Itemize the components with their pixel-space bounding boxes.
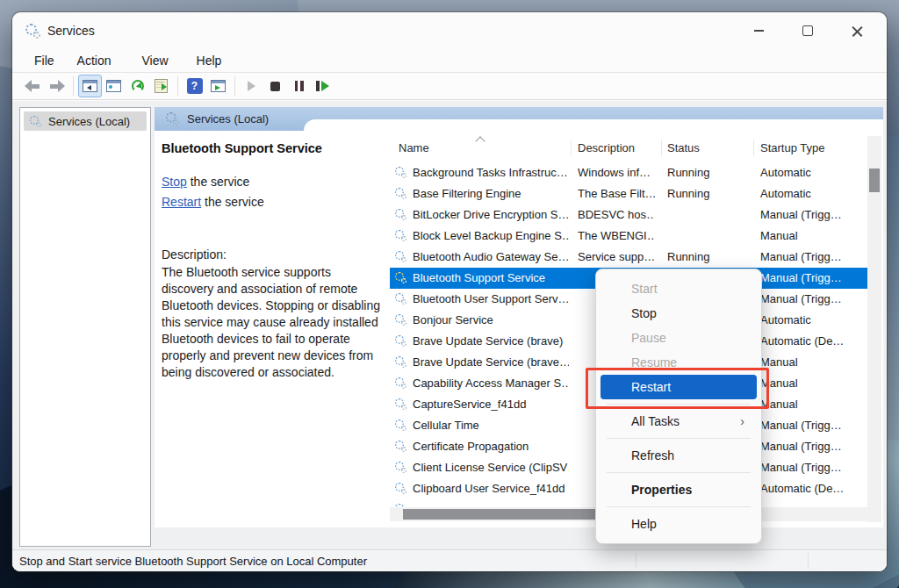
show-action-pane-button[interactable] <box>206 75 230 97</box>
refresh-icon <box>131 79 145 93</box>
cell-name: Block Level Backup Engine S… <box>413 226 569 247</box>
table-row[interactable]: BitLocker Drive Encryption S…BDESVC hos…… <box>390 204 867 226</box>
restart-service-button[interactable] <box>311 75 334 97</box>
toolbar-separator <box>234 76 235 96</box>
start-icon <box>248 81 255 91</box>
maximize-button[interactable] <box>783 14 832 47</box>
sort-asc-icon <box>475 136 485 146</box>
minimize-icon <box>754 30 764 32</box>
stop-service-button[interactable] <box>263 75 287 97</box>
cell-startup-type <box>760 499 864 507</box>
export-list-icon <box>155 79 168 93</box>
vertical-scrollbar[interactable] <box>867 136 881 522</box>
help-button[interactable]: ? <box>183 75 206 97</box>
menu-action[interactable]: Action <box>66 51 123 70</box>
pause-icon <box>295 81 304 91</box>
service-gear-icon <box>395 314 407 326</box>
table-row[interactable]: Block Level Backup Engine S…The WBENGI…M… <box>390 226 867 247</box>
service-gear-icon <box>395 419 407 432</box>
minimize-button[interactable] <box>734 14 783 47</box>
service-gear-icon <box>395 356 407 369</box>
services-pane: Services (Local) Bluetooth Support Servi… <box>155 107 883 527</box>
console-tree-icon <box>83 80 97 92</box>
cell-startup-type: Manual <box>760 394 864 415</box>
pane-header-title: Services (Local) <box>187 112 269 125</box>
back-icon <box>25 80 41 92</box>
cell-startup-type: Automatic (De… <box>760 478 864 499</box>
pause-service-button[interactable] <box>287 75 311 97</box>
cell-startup-type: Manual <box>760 352 864 373</box>
menu-file[interactable]: File <box>23 51 66 70</box>
tree-item-services-local[interactable]: Services (Local) <box>24 111 147 131</box>
submenu-arrow-icon: › <box>740 409 744 434</box>
cell-status <box>667 226 722 247</box>
vertical-scrollbar-thumb[interactable] <box>869 169 880 192</box>
services-gear-icon <box>30 115 42 127</box>
show-console-tree-button[interactable] <box>78 75 102 97</box>
menu-view[interactable]: View <box>130 51 179 70</box>
cell-name: Brave Update Service (brave) <box>413 331 569 352</box>
start-service-button[interactable] <box>240 75 263 97</box>
cell-description: The Base Filt… <box>578 183 655 204</box>
forward-icon <box>48 80 65 92</box>
cell-startup-type: Manual (Trigg… <box>760 436 864 457</box>
column-divider[interactable] <box>661 140 662 156</box>
cell-startup-type: Manual (Trigg… <box>760 457 864 478</box>
context-menu-item-all-tasks[interactable]: All Tasks› <box>601 409 757 434</box>
cell-name: Capability Access Manager S… <box>413 373 569 394</box>
column-header-startup-type[interactable]: Startup Type <box>760 136 824 161</box>
table-row[interactable]: Background Tasks Infrastruc…Windows inf…… <box>390 162 867 183</box>
table-row[interactable]: Base Filtering EngineThe Base Filt…Runni… <box>390 183 867 204</box>
close-button[interactable] <box>832 14 881 47</box>
action-pane-icon <box>211 80 226 92</box>
title-bar[interactable]: Services <box>12 12 887 49</box>
cell-name: Brave Update Service (brave… <box>413 352 569 373</box>
forward-button[interactable] <box>45 75 68 97</box>
cell-status: Running <box>667 247 722 268</box>
table-row[interactable]: Bluetooth Audio Gateway Se…Service supp…… <box>390 247 867 268</box>
stop-link-suffix: the service <box>187 175 250 189</box>
cell-description: The WBENGI… <box>578 226 655 247</box>
cell-name: Cellular Time <box>413 415 569 436</box>
column-header-description[interactable]: Description <box>578 136 635 161</box>
export-list-button[interactable] <box>149 75 173 97</box>
cell-startup-type: Manual <box>760 226 864 247</box>
context-menu-item-refresh[interactable]: Refresh <box>601 443 757 468</box>
service-gear-icon <box>395 251 407 263</box>
restart-service-link[interactable]: Restart <box>162 195 201 209</box>
restart-link-suffix: the service <box>201 195 264 209</box>
service-action-links: Stop the service Restart the service <box>162 172 264 212</box>
menu-separator <box>607 438 751 439</box>
cell-status: Running <box>667 183 722 204</box>
cell-startup-type: Manual (Trigg… <box>760 204 864 226</box>
back-button[interactable] <box>21 75 45 97</box>
context-menu-item-help[interactable]: Help <box>601 512 757 536</box>
cell-startup-type: Automatic <box>760 310 864 331</box>
menu-help[interactable]: Help <box>185 51 234 70</box>
column-header-name[interactable]: Name <box>399 136 429 161</box>
tree-item-label: Services (Local) <box>48 115 130 128</box>
maximize-icon <box>802 25 813 36</box>
cell-name: Bluetooth Support Service <box>413 268 569 289</box>
context-menu-item-stop[interactable]: Stop <box>601 301 757 326</box>
toolbar-separator <box>73 76 74 96</box>
column-header-status[interactable]: Status <box>667 136 700 161</box>
cell-name: BitLocker Drive Encryption S… <box>413 204 569 226</box>
stop-service-link[interactable]: Stop <box>162 175 187 189</box>
refresh-button[interactable] <box>126 75 149 97</box>
properties-icon <box>106 80 121 92</box>
cell-startup-type: Manual (Trigg… <box>760 415 864 436</box>
column-divider[interactable] <box>571 140 572 156</box>
cell-name <box>413 499 569 507</box>
annotation-highlight-box <box>586 368 769 409</box>
context-menu-item-properties[interactable]: Properties <box>601 477 757 502</box>
toolbar: ? <box>12 72 887 100</box>
cell-startup-type: Automatic <box>760 183 864 204</box>
console-tree-panel: Services (Local) <box>19 107 151 547</box>
column-divider[interactable] <box>753 140 754 156</box>
cell-name: Bonjour Service <box>413 310 569 331</box>
cell-name: Base Filtering Engine <box>413 183 569 204</box>
properties-button[interactable] <box>102 75 126 97</box>
window-title: Services <box>47 24 95 38</box>
menu-separator <box>607 506 751 507</box>
